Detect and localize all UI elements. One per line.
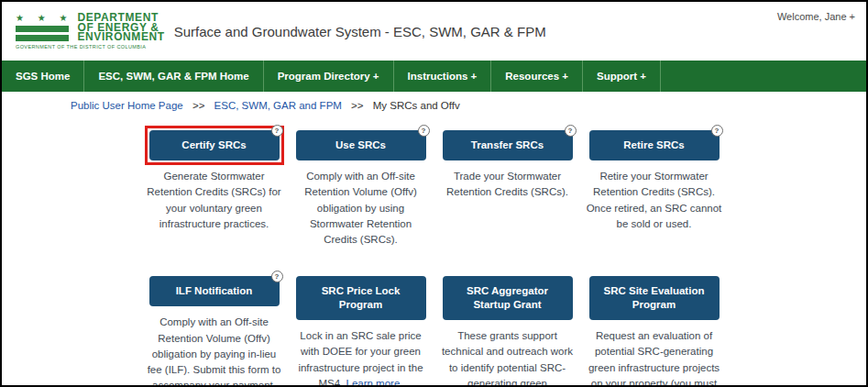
card-description: Lock in an SRC sale price with DOEE for …: [291, 328, 431, 387]
help-icon[interactable]: ?: [711, 125, 723, 137]
card-src-aggregator-grant: SRC Aggregator Startup Grant These grant…: [438, 271, 577, 387]
certify-srcs-button[interactable]: Certify SRCs: [149, 130, 280, 160]
card-description: Trade your Stormwater Retention Credits …: [438, 169, 577, 201]
card-description-text: These grants support technical and outre…: [442, 330, 573, 387]
src-aggregator-grant-button[interactable]: SRC Aggregator Startup Grant: [443, 276, 573, 320]
card-description-text: Request an evaluation of potential SRC-g…: [587, 330, 720, 387]
card-use-srcs: Use SRCs ? Comply with an Off-site Reten…: [291, 126, 431, 248]
use-srcs-button[interactable]: Use SRCs: [296, 130, 426, 160]
help-icon[interactable]: ?: [271, 125, 283, 137]
flag-bar: [16, 26, 69, 32]
logo-line: ENVIRONMENT: [77, 32, 164, 41]
learn-more-link[interactable]: Learn more.: [346, 378, 403, 387]
action-card-grid: Certify SRCs ? Generate Stormwater Reten…: [145, 126, 724, 387]
flag-stars-icon: ★ ★ ★: [16, 14, 72, 23]
nav-resources[interactable]: Resources +: [491, 61, 583, 92]
help-icon[interactable]: ?: [271, 271, 283, 282]
ilf-notification-button[interactable]: ILF Notification: [149, 276, 280, 306]
card-description-text: Generate Stormwater Retention Credits (S…: [147, 171, 280, 229]
src-price-lock-button[interactable]: SRC Price Lock Program: [296, 276, 426, 320]
nav-sgs-home[interactable]: SGS Home: [2, 61, 84, 92]
main-nav: SGS Home ESC, SWM, GAR & FPM Home Progra…: [2, 61, 866, 92]
card-description-text: Comply with an Off-site Retention Volume…: [148, 316, 281, 387]
retire-srcs-button[interactable]: Retire SRCs: [589, 130, 720, 160]
help-icon[interactable]: ?: [418, 125, 430, 137]
breadcrumb-current: My SRCs and Offv: [373, 100, 460, 111]
dc-flag-graphic: ★ ★ ★: [16, 14, 72, 41]
target-highlight-box: Certify SRCs ?: [145, 126, 284, 165]
card-transfer-srcs: Transfer SRCs ? Trade your Stormwater Re…: [438, 126, 577, 201]
nav-support[interactable]: Support +: [583, 61, 661, 92]
card-ilf-notification: ILF Notification ? Comply with an Off-si…: [145, 271, 284, 387]
user-menu[interactable]: Welcome, Jane +: [777, 11, 855, 22]
page-title: Surface and Groundwater System - ESC, SW…: [174, 24, 546, 39]
header: ★ ★ ★ DEPARTMENT OF ENERGY & ENVIRONMENT…: [2, 2, 866, 61]
nav-esc-swm-gar-fpm-home[interactable]: ESC, SWM, GAR & FPM Home: [84, 61, 263, 92]
card-src-price-lock: SRC Price Lock Program Lock in an SRC sa…: [291, 271, 431, 387]
doee-logo: ★ ★ ★ DEPARTMENT OF ENERGY & ENVIRONMENT…: [16, 13, 165, 50]
transfer-srcs-button[interactable]: Transfer SRCs: [443, 130, 573, 160]
logo-tagline: GOVERNMENT OF THE DISTRICT OF COLUMBIA: [16, 44, 165, 50]
card-description-text: Trade your Stormwater Retention Credits …: [446, 171, 568, 197]
src-site-evaluation-button[interactable]: SRC Site Evaluation Program: [589, 276, 720, 320]
breadcrumb-separator: >>: [351, 100, 363, 111]
card-description: Retire your Stormwater Retention Credits…: [585, 169, 724, 232]
card-description: These grants support technical and outre…: [438, 328, 577, 387]
card-src-site-evaluation: SRC Site Evaluation Program Request an e…: [585, 271, 724, 387]
logo-text: DEPARTMENT OF ENERGY & ENVIRONMENT: [77, 13, 164, 41]
app-window: ★ ★ ★ DEPARTMENT OF ENERGY & ENVIRONMENT…: [0, 0, 868, 387]
help-icon[interactable]: ?: [565, 125, 577, 137]
card-certify-srcs: Certify SRCs ? Generate Stormwater Reten…: [145, 126, 284, 232]
nav-program-directory[interactable]: Program Directory +: [264, 61, 394, 92]
breadcrumb-separator: >>: [192, 100, 204, 111]
breadcrumb: Public User Home Page >> ESC, SWM, GAR a…: [2, 92, 866, 115]
breadcrumb-link-public-user-home[interactable]: Public User Home Page: [71, 100, 183, 111]
card-retire-srcs: Retire SRCs ? Retire your Stormwater Ret…: [585, 126, 724, 232]
breadcrumb-link-esc-swm-gar-fpm[interactable]: ESC, SWM, GAR and FPM: [214, 100, 342, 111]
card-description: Request an evaluation of potential SRC-g…: [585, 328, 724, 387]
nav-instructions[interactable]: Instructions +: [394, 61, 492, 92]
card-description: Generate Stormwater Retention Credits (S…: [145, 169, 284, 232]
card-description: Comply with an Off-site Retention Volume…: [145, 315, 284, 387]
card-description: Comply with an Off-site Retention Volume…: [291, 169, 431, 248]
flag-bar: [16, 35, 69, 41]
card-description-text: Retire your Stormwater Retention Credits…: [587, 171, 722, 229]
card-description-text: Comply with an Off-site Retention Volume…: [304, 171, 417, 245]
